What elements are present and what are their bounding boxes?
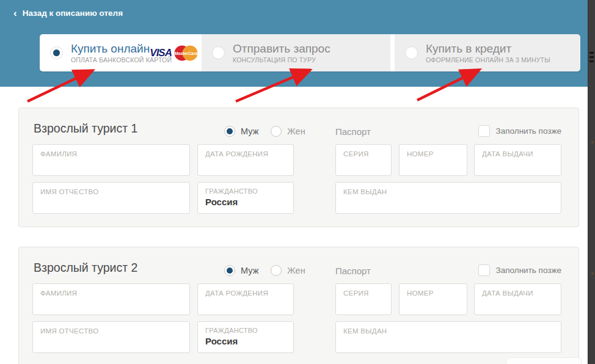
citizenship-label: ГРАЖДАНСТВО — [205, 327, 286, 334]
radio-icon — [271, 126, 282, 137]
tab-title: Отправить запрос — [233, 42, 330, 55]
radio-selected-icon — [224, 265, 235, 276]
tourist-form-card-2: Взрослый турист 2 Муж Жен Паспорт Заполн… — [18, 247, 579, 364]
passport-label: Паспорт — [335, 126, 371, 137]
series-input[interactable] — [335, 283, 392, 315]
scrollbar-marks-icon — [590, 60, 594, 62]
series-input[interactable] — [335, 144, 392, 176]
edge-dot-icon — [591, 141, 594, 144]
surname-input[interactable] — [32, 144, 190, 176]
issue-date-input[interactable] — [474, 144, 561, 176]
gender-male-label: Муж — [241, 266, 258, 275]
tab-buy-online[interactable]: Купить онлайн ОПЛАТА БАНКОВСКОЙ КАРТОЙ V… — [40, 34, 202, 71]
fill-later-checkbox[interactable]: Заполнить позже — [478, 264, 561, 276]
tab-radio-icon — [212, 46, 225, 59]
visa-logo: VISA — [150, 47, 172, 59]
gender-radio-group: Муж Жен — [224, 265, 305, 276]
scrollbar-marks-icon — [590, 52, 594, 54]
citizenship-label: ГРАЖДАНСТВО — [205, 187, 286, 195]
tab-buy-credit[interactable]: Купить в кредит ОФОРМЛЕНИЕ ОНЛАЙН ЗА 3 М… — [395, 34, 580, 71]
birthdate-input[interactable] — [197, 283, 294, 315]
checkbox-icon — [478, 264, 490, 276]
passport-label: Паспорт — [335, 266, 371, 276]
mastercard-logo: MasterCard — [173, 45, 199, 61]
tab-subtitle: КОНСУЛЬТАЦИЯ ПО ТУРУ — [233, 56, 330, 64]
checkbox-icon — [478, 125, 490, 137]
back-link-label: Назад к описанию отеля — [23, 9, 123, 18]
number-input[interactable] — [399, 144, 467, 176]
svg-text:MasterCard: MasterCard — [174, 51, 198, 55]
edge-dot-icon — [591, 272, 594, 275]
gender-male-radio[interactable]: Муж — [224, 126, 271, 137]
bottom-popup-edge — [506, 357, 582, 364]
surname-input[interactable] — [32, 283, 190, 315]
gender-radio-group: Муж Жен — [224, 126, 305, 137]
form-title: Взрослый турист 2 — [34, 261, 137, 275]
back-chevron-icon: ‹ — [13, 9, 17, 17]
header-bar: ‹ Назад к описанию отеля Купить онлайн О… — [0, 0, 595, 87]
payment-logos: VISA MasterCard — [150, 45, 199, 61]
gender-male-label: Муж — [241, 126, 258, 136]
form-title: Взрослый турист 1 — [34, 122, 137, 136]
tourist-form-card-1: Взрослый турист 1 Муж Жен Паспорт Заполн… — [18, 107, 579, 227]
fill-later-checkbox[interactable]: Заполнить позже — [478, 125, 561, 137]
fill-later-label: Заполнить позже — [496, 126, 561, 136]
tab-send-request[interactable]: Отправить запрос КОНСУЛЬТАЦИЯ ПО ТУРУ — [202, 34, 390, 71]
payment-tab-bar: Купить онлайн ОПЛАТА БАНКОВСКОЙ КАРТОЙ V… — [40, 34, 580, 71]
name-input[interactable] — [32, 321, 190, 353]
tab-title: Купить в кредит — [426, 42, 550, 55]
citizenship-select[interactable]: ГРАЖДАНСТВО Россия — [197, 182, 294, 214]
radio-selected-icon — [224, 126, 235, 137]
back-link[interactable]: ‹ Назад к описанию отеля — [13, 9, 123, 18]
scrollbar-strip[interactable] — [588, 0, 595, 364]
scrollbar-marks-icon — [590, 56, 594, 58]
citizenship-value: Россия — [205, 197, 286, 207]
tab-radio-icon — [405, 46, 418, 59]
issue-date-input[interactable] — [474, 283, 561, 315]
gender-female-label: Жен — [287, 266, 305, 275]
gender-male-radio[interactable]: Муж — [224, 265, 271, 276]
name-input[interactable] — [32, 182, 190, 214]
tab-separator — [390, 34, 395, 71]
gender-female-radio[interactable]: Жен — [271, 126, 305, 137]
fill-later-label: Заполнить позже — [496, 266, 561, 275]
gender-female-radio[interactable]: Жен — [271, 265, 305, 276]
issued-by-input[interactable] — [335, 321, 561, 353]
citizenship-select[interactable]: ГРАЖДАНСТВО Россия — [197, 321, 294, 353]
tab-radio-selected-icon — [50, 46, 63, 59]
checkout-page: ‹ Назад к описанию отеля Купить онлайн О… — [0, 0, 595, 364]
citizenship-value: Россия — [205, 336, 286, 346]
tab-subtitle: ОФОРМЛЕНИЕ ОНЛАЙН ЗА 3 МИНУТЫ — [426, 56, 550, 64]
radio-icon — [271, 265, 282, 276]
gender-female-label: Жен — [287, 126, 305, 136]
issued-by-input[interactable] — [335, 182, 561, 214]
number-input[interactable] — [399, 283, 467, 315]
birthdate-input[interactable] — [197, 144, 294, 176]
